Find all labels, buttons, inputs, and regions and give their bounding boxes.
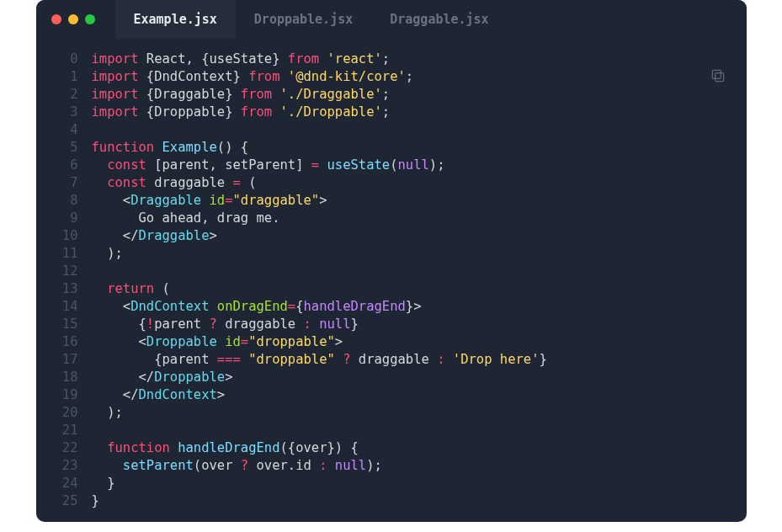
line-number: 20 — [36, 404, 78, 422]
line-number: 23 — [36, 457, 78, 475]
line-number: 10 — [36, 227, 78, 245]
window-controls — [51, 14, 95, 24]
line-number: 12 — [36, 263, 78, 280]
line-number: 2 — [36, 86, 78, 104]
code-line: {parent === "droppable" ? draggable : 'D… — [92, 351, 730, 369]
line-number: 16 — [36, 333, 78, 351]
code-line: function Example() { — [92, 139, 730, 157]
line-number: 9 — [36, 210, 78, 227]
tab-bar: Example.jsx Droppable.jsx Draggable.jsx — [115, 0, 508, 39]
code-line — [92, 121, 730, 139]
code-line: return ( — [92, 280, 730, 298]
code-line: const [parent, setParent] = useState(nul… — [92, 157, 730, 174]
code-line: } — [92, 475, 730, 492]
line-number: 22 — [36, 439, 78, 457]
code-line: setParent(over ? over.id : null); — [92, 457, 730, 475]
line-number: 15 — [36, 316, 78, 333]
tab-draggable[interactable]: Draggable.jsx — [371, 0, 507, 39]
line-number: 21 — [36, 422, 78, 439]
close-window-button[interactable] — [51, 14, 61, 24]
line-number: 1 — [36, 68, 78, 86]
line-number: 17 — [36, 351, 78, 369]
code-line — [92, 263, 730, 280]
code-line: {!parent ? draggable : null} — [92, 316, 730, 333]
code-line: import React, {useState} from 'react'; — [92, 51, 730, 68]
code-line: } — [92, 492, 730, 510]
code-line: const draggable = ( — [92, 174, 730, 192]
maximize-window-button[interactable] — [85, 14, 95, 24]
tab-droppable[interactable]: Droppable.jsx — [236, 0, 371, 39]
code-editor-window: Example.jsx Droppable.jsx Draggable.jsx … — [36, 0, 747, 522]
code-line: ); — [92, 404, 730, 422]
tab-label: Droppable.jsx — [254, 12, 353, 27]
code-line: </Droppable> — [92, 369, 730, 386]
titlebar: Example.jsx Droppable.jsx Draggable.jsx — [36, 0, 747, 39]
code-line: </DndContext> — [92, 386, 730, 404]
code-line: <Draggable id="draggable"> — [92, 192, 730, 210]
code-area: 0123456789101112131415161718192021222324… — [36, 39, 747, 510]
line-number: 18 — [36, 369, 78, 386]
minimize-window-button[interactable] — [68, 14, 78, 24]
code-line: import {Draggable} from './Draggable'; — [92, 86, 730, 104]
code-line: </Draggable> — [92, 227, 730, 245]
line-number: 11 — [36, 245, 78, 263]
line-number-gutter: 0123456789101112131415161718192021222324… — [36, 51, 92, 510]
copy-code-button[interactable] — [710, 67, 726, 84]
code-line: import {Droppable} from './Droppable'; — [92, 104, 730, 121]
code-line: <DndContext onDragEnd={handleDragEnd}> — [92, 298, 730, 316]
code-line: function handleDragEnd({over}) { — [92, 439, 730, 457]
line-number: 5 — [36, 139, 78, 157]
code-line — [92, 422, 730, 439]
line-number: 4 — [36, 121, 78, 139]
line-number: 0 — [36, 51, 78, 68]
line-number: 6 — [36, 157, 78, 174]
line-number: 24 — [36, 475, 78, 492]
line-number: 19 — [36, 386, 78, 404]
code-line: ); — [92, 245, 730, 263]
code-line: import {DndContext} from '@dnd-kit/core'… — [92, 68, 730, 86]
tab-label: Draggable.jsx — [390, 12, 488, 27]
line-number: 3 — [36, 104, 78, 121]
svg-rect-0 — [715, 73, 723, 82]
tab-label: Example.jsx — [134, 12, 217, 27]
line-number: 25 — [36, 492, 78, 510]
svg-rect-1 — [712, 70, 721, 78]
code-line: Go ahead, drag me. — [92, 210, 730, 227]
copy-icon — [710, 67, 726, 84]
line-number: 14 — [36, 298, 78, 316]
code-content[interactable]: import React, {useState} from 'react';im… — [92, 51, 747, 510]
line-number: 13 — [36, 280, 78, 298]
line-number: 7 — [36, 174, 78, 192]
code-line: <Droppable id="droppable"> — [92, 333, 730, 351]
tab-example[interactable]: Example.jsx — [115, 0, 236, 39]
line-number: 8 — [36, 192, 78, 210]
